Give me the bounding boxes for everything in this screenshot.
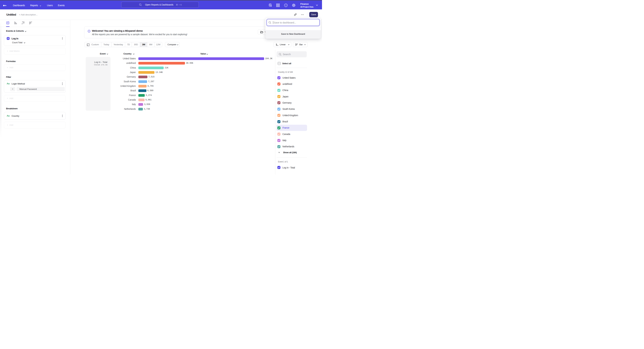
svg-text:?: ? xyxy=(285,4,286,6)
